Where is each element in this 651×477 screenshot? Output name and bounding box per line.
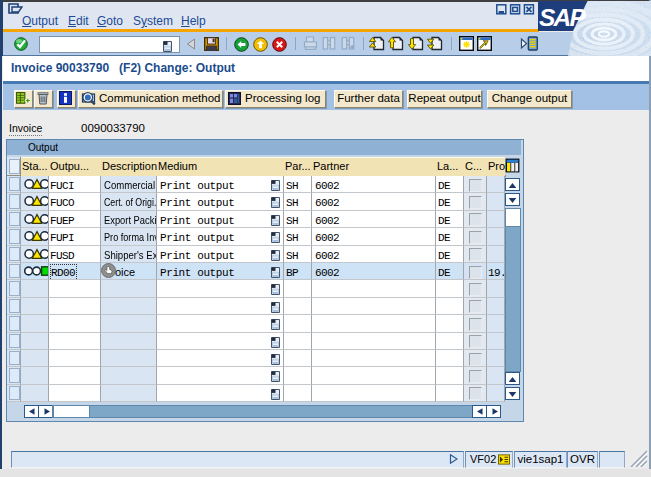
- svg-text:SAP: SAP: [539, 4, 586, 31]
